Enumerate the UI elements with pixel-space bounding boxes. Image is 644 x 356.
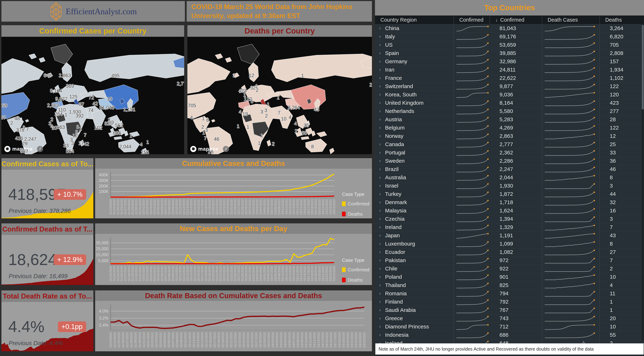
table-row[interactable]: ›Canada2,77725 [375,140,644,148]
table-row[interactable]: ›China81,0433,264 [375,24,644,32]
expand-chevron-icon[interactable]: › [375,133,385,139]
table-row[interactable]: ›Sweden2,28636 [375,157,644,165]
table-row[interactable]: ›Korea, South9,036120 [375,90,644,98]
table-row[interactable]: ›Germany32,986157 [375,57,644,65]
col-confirmed[interactable]: ↓Confirmed [490,16,542,24]
table-row[interactable]: ›Italy69,1766,820 [375,32,644,40]
expand-chevron-icon[interactable]: › [375,116,385,122]
legend-item-confirmed[interactable]: Confirmed [342,267,370,272]
expand-chevron-icon[interactable]: › [375,200,385,205]
table-row[interactable]: ›Chile9222 [375,264,644,272]
expand-chevron-icon[interactable]: › [375,224,385,230]
info-icon[interactable]: i [223,146,229,152]
svg-text:03/10/2020: 03/10/2020 [281,266,284,281]
table-row[interactable]: ›Poland90110 [375,273,644,281]
table-row[interactable]: ›Pakistan9727 [375,256,644,264]
sort-desc-icon[interactable]: ↓ [495,17,498,23]
expand-chevron-icon[interactable]: › [375,324,385,329]
map-attribution[interactable]: ✺ mapbox i [190,146,229,152]
expand-chevron-icon[interactable]: › [375,208,385,213]
expand-chevron-icon[interactable]: › [375,266,385,271]
confirmed-cases-map[interactable]: ✺ mapbox i 53,65936748233787416292,24738… [2,37,184,154]
table-row[interactable]: ›Netherlands5,580277 [375,107,644,115]
table-row[interactable]: ›Saudi Arabia7671 [375,306,644,314]
table-row[interactable]: ›France22,6221,102 [375,74,644,82]
expand-chevron-icon[interactable]: › [375,42,385,48]
col-deaths[interactable]: Deaths [600,16,644,24]
table-row[interactable]: ›Portugal2,36233 [375,148,644,156]
table-row[interactable]: ›Norway2,86312 [375,132,644,140]
col-confirmed-trend[interactable]: Confirmed [454,16,490,24]
table-row[interactable]: ›Greece74320 [375,314,644,322]
table-row[interactable]: ›Malaysia1,62416 [375,206,644,214]
table-row[interactable]: ›Luxembourg1,0998 [375,240,644,248]
col-country-region[interactable]: Country Region [375,17,454,23]
table-row[interactable]: ›Iran24,8111,934 [375,66,644,74]
expand-chevron-icon[interactable]: › [375,332,385,338]
expand-chevron-icon[interactable]: › [375,158,385,164]
expand-chevron-icon[interactable]: › [375,84,385,89]
expand-chevron-icon[interactable]: › [375,67,385,72]
expand-chevron-icon[interactable]: › [375,307,385,313]
expand-chevron-icon[interactable]: › [375,316,385,321]
table-row[interactable]: ›Australia2,0448 [375,173,644,181]
expand-chevron-icon[interactable]: › [375,241,385,246]
table-row[interactable]: ›Israel1,9303 [375,182,644,190]
table-row[interactable]: ›Ecuador1,08227 [375,248,644,256]
svg-text:02/20/2020: 02/20/2020 [212,266,215,281]
table-row[interactable]: ›Denmark1,71832 [375,198,644,206]
expand-chevron-icon[interactable]: › [375,174,385,180]
expand-chevron-icon[interactable]: › [375,258,385,263]
table-row[interactable]: ›Finland7921 [375,298,644,306]
table-row[interactable]: ›Turkey1,87244 [375,190,644,198]
expand-chevron-icon[interactable]: › [375,142,385,147]
table-scrollbar[interactable] [642,24,644,340]
legend-item-deaths[interactable]: Deaths [342,277,370,283]
table-row[interactable]: ›Belgium4,269122 [375,124,644,132]
expand-chevron-icon[interactable]: › [375,150,385,155]
info-icon[interactable]: i [37,146,43,152]
table-row[interactable]: ›Austria5,28328 [375,115,644,123]
expand-chevron-icon[interactable]: › [375,108,385,114]
table-row[interactable]: ›Ireland1,3297 [375,223,644,231]
expand-chevron-icon[interactable]: › [375,34,385,39]
svg-text:03/19/2020: 03/19/2020 [342,332,346,348]
expand-chevron-icon[interactable]: › [375,166,385,172]
expand-chevron-icon[interactable]: › [375,191,385,197]
expand-chevron-icon[interactable]: › [375,282,385,288]
deaths-value: 423 [600,99,644,107]
legend-item-deaths[interactable]: Deaths [342,211,370,217]
table-row[interactable]: ›Thailand8254 [375,281,644,289]
table-row[interactable]: ›Romania79411 [375,289,644,297]
expand-chevron-icon[interactable]: › [375,274,385,280]
table-row[interactable]: ›Indonesia68655 [375,331,644,339]
table-row[interactable]: ›Czechia1,3943 [375,215,644,223]
table-row[interactable]: ›Switzerland9,877122 [375,82,644,90]
col-death-cases-trend[interactable]: Death Cases [542,16,600,24]
table-row[interactable]: ›Japan1,19143 [375,231,644,239]
expand-chevron-icon[interactable]: › [375,75,385,81]
expand-chevron-icon[interactable]: › [375,26,385,31]
table-row[interactable]: ›Spain39,8852,808 [375,49,644,57]
expand-chevron-icon[interactable]: › [375,299,385,304]
expand-chevron-icon[interactable]: › [375,232,385,238]
expand-chevron-icon[interactable]: › [375,50,385,56]
deaths-value: 1,934 [600,66,644,74]
expand-chevron-icon[interactable]: › [375,290,385,296]
legend-item-confirmed[interactable]: Confirmed [342,201,370,207]
expand-chevron-icon[interactable]: › [375,216,385,222]
expand-chevron-icon[interactable]: › [375,125,385,130]
deaths-sparkline [542,182,600,190]
deaths-map[interactable]: ✺ mapbox i 70541623174626212132423212215… [188,37,372,154]
table-row[interactable]: ›Brazil2,24746 [375,165,644,173]
table-row[interactable]: ›US53,659705 [375,41,644,49]
expand-chevron-icon[interactable]: › [375,58,385,64]
expand-chevron-icon[interactable]: › [375,100,385,106]
expand-chevron-icon[interactable]: › [375,249,385,255]
table-row[interactable]: ›United Kingdom8,164423 [375,99,644,107]
expand-chevron-icon[interactable]: › [375,183,385,188]
map-attribution[interactable]: ✺ mapbox i [4,146,43,152]
scrollbar-thumb[interactable] [642,25,644,110]
expand-chevron-icon[interactable]: › [375,92,385,97]
table-row[interactable]: ›Diamond Princess71210 [375,322,644,330]
